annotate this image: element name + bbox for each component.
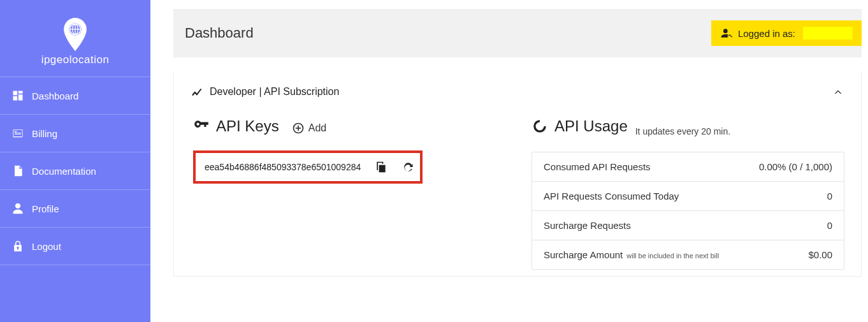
add-key-label: Add xyxy=(308,122,326,134)
logout-icon xyxy=(11,240,24,252)
billing-icon xyxy=(11,127,24,140)
usage-row-surcharge-requests: Surcharge Requests 0 xyxy=(532,211,844,240)
chevron-up-icon[interactable] xyxy=(832,85,844,98)
copy-key-button[interactable] xyxy=(375,161,387,173)
usage-label: Surcharge Amount xyxy=(544,249,623,260)
key-icon xyxy=(193,118,210,135)
chart-line-icon xyxy=(191,85,203,98)
sidebar-item-label: Documentation xyxy=(32,166,96,177)
logged-in-text: Logged in as: xyxy=(738,28,795,39)
panel-title: Developer | API Subscription xyxy=(210,86,339,98)
sidebar-item-label: Dashboard xyxy=(32,91,78,101)
usage-donut-icon xyxy=(532,118,548,135)
api-keys-section: API Keys Add eea54b46886f485093378e65010… xyxy=(191,117,506,270)
usage-table: Consumed API Requests 0.00% (0 / 1,000) … xyxy=(532,152,844,270)
api-usage-section: API Usage It updates every 20 min. Consu… xyxy=(532,117,844,270)
brand-logo[interactable]: ipgeolocation xyxy=(0,0,150,77)
sidebar-item-label: Logout xyxy=(32,241,61,252)
refresh-icon xyxy=(401,161,414,173)
logged-in-user-redacted xyxy=(803,27,853,40)
usage-value: 0 xyxy=(827,191,832,201)
usage-note: will be included in the next bill xyxy=(626,252,719,260)
brand-name: ipgeolocation xyxy=(41,54,110,66)
main-content: Dashboard Logged in as: Developer | API … xyxy=(150,0,868,322)
usage-row-surcharge-amount: Surcharge Amount will be included in the… xyxy=(532,240,844,269)
sidebar-item-documentation[interactable]: Documentation xyxy=(0,152,150,190)
api-usage-title: API Usage xyxy=(554,117,628,135)
usage-value: 0.00% (0 / 1,000) xyxy=(759,161,832,172)
api-key-row: eea54b46886f485093378e6501009284 xyxy=(193,150,423,184)
sidebar-item-label: Profile xyxy=(32,203,59,214)
sidebar-nav: Dashboard Billing Documentation Profile xyxy=(0,77,150,265)
api-keys-title: API Keys xyxy=(216,117,279,135)
page-header: Dashboard Logged in as: xyxy=(173,9,862,57)
logged-in-badge: Logged in as: xyxy=(711,20,862,46)
panel-header[interactable]: Developer | API Subscription xyxy=(191,85,844,98)
user-check-icon xyxy=(720,27,733,40)
regenerate-key-button[interactable] xyxy=(401,161,414,173)
profile-icon xyxy=(11,202,24,215)
plus-circle-icon xyxy=(292,122,305,135)
documentation-icon xyxy=(11,165,24,177)
api-usage-subtitle: It updates every 20 min. xyxy=(635,126,730,136)
map-pin-icon xyxy=(62,18,88,51)
sidebar-item-dashboard[interactable]: Dashboard xyxy=(0,77,150,115)
usage-label: Consumed API Requests xyxy=(544,161,651,172)
sidebar-item-billing[interactable]: Billing xyxy=(0,115,150,152)
usage-value: $0.00 xyxy=(808,249,832,260)
sidebar-item-profile[interactable]: Profile xyxy=(0,190,150,228)
usage-label: Surcharge Requests xyxy=(544,220,631,231)
usage-label: API Requests Consumed Today xyxy=(544,191,679,201)
usage-row-today: API Requests Consumed Today 0 xyxy=(532,182,844,211)
api-key-value: eea54b46886f485093378e6501009284 xyxy=(205,162,361,172)
usage-row-consumed: Consumed API Requests 0.00% (0 / 1,000) xyxy=(532,152,844,182)
usage-value: 0 xyxy=(827,220,832,231)
sidebar: ipgeolocation Dashboard Billing Document… xyxy=(0,0,150,322)
copy-icon xyxy=(375,161,387,173)
subscription-panel: Developer | API Subscription API Keys Ad… xyxy=(173,71,862,277)
page-title: Dashboard xyxy=(185,25,254,41)
dashboard-icon xyxy=(11,89,24,102)
add-key-button[interactable]: Add xyxy=(292,122,326,135)
sidebar-item-logout[interactable]: Logout xyxy=(0,228,150,265)
sidebar-item-label: Billing xyxy=(32,128,57,139)
